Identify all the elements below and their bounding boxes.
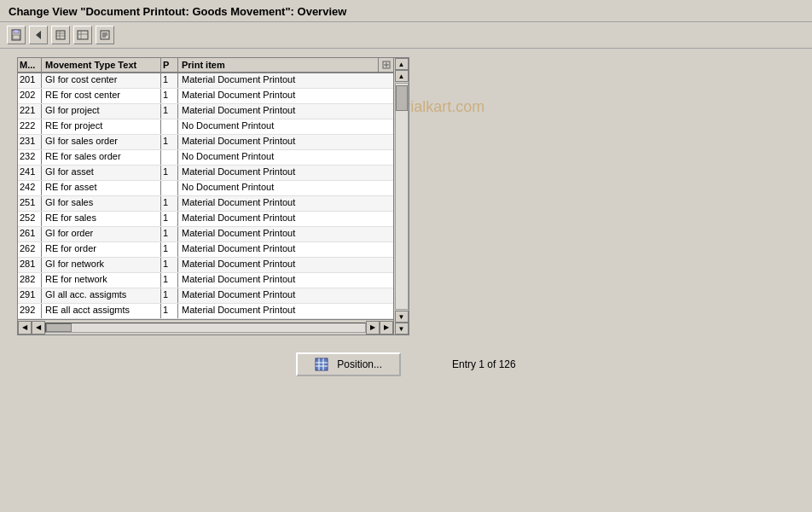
table-row[interactable]: 251GI for sales1Material Document Printo… (18, 196, 393, 212)
cell-print: Material Document Printout (178, 73, 393, 88)
expand-col-button[interactable] (378, 58, 393, 72)
table-row[interactable]: 222RE for projectNo Document Printout (18, 119, 393, 135)
cell-p: 1 (161, 258, 178, 272)
cell-movement: RE for order (42, 242, 161, 257)
table-row[interactable]: 291GI all acc. assigmts1Material Documen… (18, 288, 393, 304)
scroll-right-button[interactable]: ▶ (380, 321, 393, 335)
table-row[interactable]: 241GI for asset1Material Document Printo… (18, 166, 393, 181)
table-row[interactable]: 201GI for cost center1Material Document … (18, 73, 393, 89)
col-mov-header: Movement Type Text (42, 58, 161, 72)
cell-p (161, 119, 178, 134)
cell-movement: GI for sales order (42, 135, 161, 149)
cell-m: 292 (18, 304, 42, 318)
cell-movement: RE for asset (42, 181, 161, 195)
scroll-down-start-button[interactable]: ▲ (395, 70, 409, 82)
scroll-right-end-button[interactable]: ▶ (366, 321, 380, 335)
scroll-up-button[interactable]: ▲ (395, 58, 409, 70)
cell-print: Material Document Printout (178, 258, 393, 272)
right-scroll-track[interactable] (395, 83, 409, 310)
cell-print: Material Document Printout (178, 304, 393, 318)
list-button[interactable] (51, 26, 70, 44)
cell-p: 1 (161, 135, 178, 149)
cell-p: 1 (161, 273, 178, 288)
table-row[interactable]: 232RE for sales orderNo Document Printou… (18, 150, 393, 166)
footer: Position... Entry 1 of 126 (17, 335, 795, 385)
cell-p (161, 150, 178, 165)
cell-m: 202 (18, 89, 42, 103)
cell-p: 1 (161, 227, 178, 241)
cell-print: Material Document Printout (178, 89, 393, 103)
save-button[interactable] (7, 26, 26, 44)
table-row[interactable]: 231GI for sales order1Material Document … (18, 135, 393, 150)
col-p-header: P (161, 58, 178, 72)
table-row[interactable]: 242RE for assetNo Document Printout (18, 181, 393, 196)
back-button[interactable] (29, 26, 48, 44)
table-row[interactable]: 261GI for order1Material Document Printo… (18, 227, 393, 242)
cell-movement: RE all acct assigmts (42, 304, 161, 318)
right-scrollbar: ▲ ▲ ▼ ▼ (393, 58, 409, 335)
cell-m: 291 (18, 288, 42, 303)
svg-marker-3 (36, 31, 41, 39)
table-row[interactable]: 202RE for cost center1Material Document … (18, 89, 393, 104)
col-print-header: Print item (178, 58, 378, 72)
cell-m: 201 (18, 73, 42, 88)
main-content: M... Movement Type Text P Print item (0, 49, 812, 393)
bottom-scroll-thumb[interactable] (46, 323, 72, 332)
table-row[interactable]: 252RE for sales1Material Document Printo… (18, 212, 393, 227)
position-button[interactable]: Position... (296, 352, 401, 376)
bottom-scroll-track[interactable] (45, 323, 366, 333)
cell-print: Material Document Printout (178, 135, 393, 149)
bottom-scrollbar: ◀ ◀ ▶ ▶ (18, 319, 393, 335)
cell-movement: RE for project (42, 119, 161, 134)
cell-movement: GI all acc. assigmts (42, 288, 161, 303)
cell-print: No Document Printout (178, 181, 393, 195)
cell-p: 1 (161, 89, 178, 103)
cell-print: Material Document Printout (178, 104, 393, 119)
cell-movement: GI for asset (42, 166, 161, 180)
table-row[interactable]: 262RE for order1Material Document Printo… (18, 242, 393, 258)
cell-movement: GI for network (42, 258, 161, 272)
cell-m: 241 (18, 166, 42, 180)
list2-button[interactable] (73, 26, 92, 44)
cell-p: 1 (161, 212, 178, 226)
cell-print: Material Document Printout (178, 196, 393, 211)
cell-p: 1 (161, 242, 178, 257)
cell-m: 282 (18, 273, 42, 288)
scroll-left-button[interactable]: ◀ (18, 321, 32, 335)
cell-print: No Document Printout (178, 119, 393, 134)
table-row[interactable]: 281GI for network1Material Document Prin… (18, 258, 393, 273)
cell-print: Material Document Printout (178, 212, 393, 226)
table-body: 201GI for cost center1Material Document … (18, 73, 393, 319)
cell-print: Material Document Printout (178, 227, 393, 241)
cell-movement: RE for cost center (42, 89, 161, 103)
cell-print: Material Document Printout (178, 288, 393, 303)
cell-p: 1 (161, 304, 178, 318)
table-row[interactable]: 282RE for network1Material Document Prin… (18, 273, 393, 288)
cell-movement: GI for sales (42, 196, 161, 211)
table-row[interactable]: 221GI for project1Material Document Prin… (18, 104, 393, 119)
page-title: Change View "Document Printout: Goods Mo… (9, 5, 346, 18)
cell-movement: GI for order (42, 227, 161, 241)
cell-m: 232 (18, 150, 42, 165)
svg-rect-8 (78, 31, 88, 39)
cell-p: 1 (161, 73, 178, 88)
cell-print: Material Document Printout (178, 273, 393, 288)
cell-movement: RE for sales (42, 212, 161, 226)
table-header: M... Movement Type Text P Print item (18, 58, 393, 73)
cell-m: 262 (18, 242, 42, 257)
svg-rect-4 (56, 31, 65, 39)
execute-button[interactable] (96, 26, 114, 44)
cell-m: 252 (18, 212, 42, 226)
table-row[interactable]: 292RE all acct assigmts1Material Documen… (18, 304, 393, 319)
toolbar (0, 22, 812, 49)
cell-p: 1 (161, 196, 178, 211)
scroll-down-end-button[interactable]: ▼ (395, 311, 409, 323)
scroll-right-start-button[interactable]: ◀ (32, 321, 45, 335)
cell-m: 251 (18, 196, 42, 211)
cell-m: 242 (18, 181, 42, 195)
cell-p: 1 (161, 104, 178, 119)
scroll-down-button[interactable]: ▼ (395, 323, 409, 335)
cell-print: Material Document Printout (178, 242, 393, 257)
cell-m: 231 (18, 135, 42, 149)
right-scroll-thumb[interactable] (396, 85, 408, 111)
